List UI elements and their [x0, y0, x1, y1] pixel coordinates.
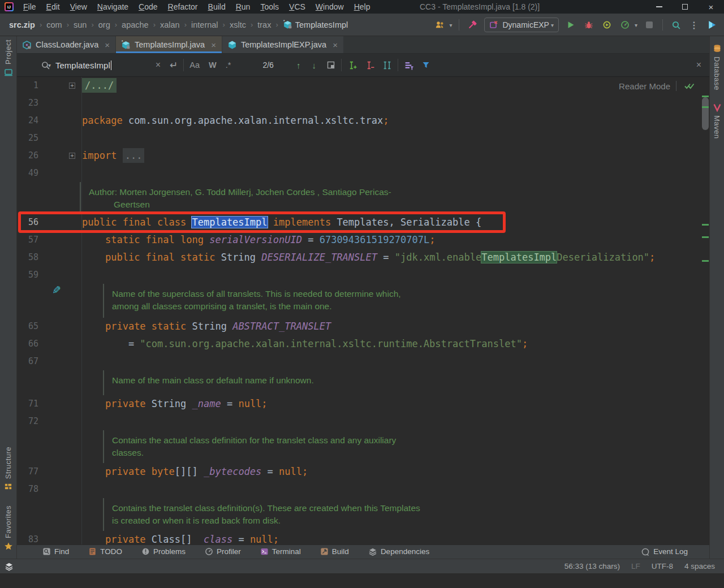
menu-tools[interactable]: Tools	[255, 2, 284, 11]
breadcrumb-item[interactable]: xsltc	[229, 20, 247, 29]
caret-position[interactable]: 56:33 (13 chars)	[564, 562, 620, 570]
breadcrumb-item[interactable]: src.zip	[8, 20, 36, 29]
filter-icon[interactable]	[421, 60, 430, 70]
code-line-24[interactable]: 24package com.sun.org.apache.xalan.inter…	[17, 112, 709, 129]
code-line-71[interactable]: 71 private String _name = null;	[17, 395, 709, 413]
code-line-49[interactable]: 49	[17, 165, 709, 182]
menu-run[interactable]: Run	[231, 2, 256, 11]
run-with-coverage-button[interactable]	[601, 19, 613, 31]
debug-button[interactable]	[583, 19, 595, 31]
profiler-button[interactable]	[619, 19, 631, 31]
words-toggle[interactable]: W	[209, 60, 217, 70]
minimize-button[interactable]	[646, 0, 672, 14]
close-tab-icon[interactable]: ×	[211, 40, 216, 50]
breadcrumb-item[interactable]: com	[45, 20, 63, 29]
menu-code[interactable]: Code	[133, 2, 162, 11]
regex-toggle[interactable]: .*	[226, 60, 231, 70]
search-everywhere-icon[interactable]	[670, 19, 682, 31]
more-options-kebab-icon[interactable]: ⋮	[688, 19, 700, 31]
tool-window-switcher-icon[interactable]	[5, 562, 14, 571]
breadcrumb-item[interactable]: apache	[120, 20, 150, 29]
vertical-scrollbar[interactable]	[701, 77, 709, 544]
menu-edit[interactable]: Edit	[41, 2, 65, 11]
tool-window-button-build[interactable]: Build	[320, 547, 349, 556]
search-in-selection-icon[interactable]	[326, 60, 335, 70]
code-line-59[interactable]: 59	[17, 266, 709, 284]
breadcrumb-item[interactable]: internal	[190, 20, 219, 29]
multicursor-icon[interactable]	[404, 60, 413, 70]
fold-expand-icon[interactable]: +	[69, 153, 75, 159]
menu-vcs[interactable]: VCS	[284, 2, 311, 11]
menu-file[interactable]: File	[18, 2, 41, 11]
breadcrumb-item[interactable]: xalan	[159, 20, 181, 29]
insert-newline-icon[interactable]: ↵	[170, 59, 178, 71]
tool-button-project[interactable]: Project	[3, 40, 14, 77]
code-line-83[interactable]: 83 private Class[] _class = null;	[17, 531, 709, 544]
breadcrumb-item[interactable]: trax	[256, 20, 272, 29]
run-configuration-select[interactable]: DynamicEXP ▾	[484, 18, 559, 32]
file-encoding[interactable]: UTF-8	[652, 562, 673, 570]
fold-expand-icon[interactable]: +	[69, 83, 75, 89]
code-line-65[interactable]: 65 private static String ABSTRACT_TRANSL…	[17, 318, 709, 335]
match-case-toggle[interactable]: Aa	[189, 60, 200, 70]
code-line-23[interactable]: 23	[17, 94, 709, 112]
inspections-ok-check-icon[interactable]	[682, 81, 695, 90]
breadcrumb-item[interactable]: sun	[72, 20, 88, 29]
code-line-67[interactable]: 67	[17, 353, 709, 370]
next-occurrence-icon[interactable]: ↓	[312, 60, 316, 70]
select-all-occurrences-icon[interactable]	[382, 60, 392, 70]
menu-view[interactable]: View	[65, 2, 92, 11]
reader-mode-label[interactable]: Reader Mode	[619, 81, 670, 91]
tool-button-database[interactable]: Database	[713, 44, 722, 90]
close-find-bar-icon[interactable]: ×	[696, 60, 701, 70]
remove-occurrence-icon[interactable]	[365, 60, 374, 70]
build-hammer-icon[interactable]	[466, 19, 479, 31]
code-line-26[interactable]: 26+import ...	[17, 147, 709, 165]
add-occurrence-icon[interactable]	[347, 60, 357, 70]
tab-TemplatesImplEXP.java[interactable]: TemplatesImplEXP.java×	[222, 36, 344, 53]
tool-window-button-terminal[interactable]: Terminal	[260, 547, 301, 556]
chevron-down-icon[interactable]: ▾	[48, 62, 51, 68]
code-line-58[interactable]: 58 public final static String DESERIALIZ…	[17, 249, 709, 266]
clear-search-icon[interactable]: ×	[156, 60, 161, 70]
previous-occurrence-icon[interactable]: ↑	[296, 60, 301, 70]
breadcrumb-item[interactable]: org	[97, 20, 111, 29]
code-line-66[interactable]: 66 = "com.sun.org.apache.xalan.internal.…	[17, 335, 709, 353]
tool-window-button-find[interactable]: Find	[42, 547, 69, 556]
breadcrumb-item[interactable]: *TemplatesImpl	[282, 20, 349, 29]
menu-window[interactable]: Window	[311, 2, 349, 11]
line-separator[interactable]: LF	[631, 562, 640, 570]
tool-window-button-todo[interactable]: TODO	[88, 547, 122, 556]
tool-button-structure[interactable]: Structure	[4, 447, 12, 491]
code-line-78[interactable]: 78	[17, 481, 709, 498]
code-line-56[interactable]: 56public final class TemplatesImpl imple…	[17, 214, 709, 231]
tab-ClassLoader.java[interactable]: ClassLoader.java×	[17, 36, 116, 53]
code-line-77[interactable]: 77 private byte[][] _bytecodes = null;	[17, 463, 709, 481]
indent-setting[interactable]: 4 spaces	[684, 562, 715, 570]
close-tab-icon[interactable]: ×	[105, 40, 110, 50]
code-line-57[interactable]: 57 static final long serialVersionUID = …	[17, 231, 709, 249]
chevron-down-icon[interactable]: ▾	[635, 22, 637, 28]
menu-refactor[interactable]: Refactor	[163, 2, 203, 11]
ide-plugin-icon[interactable]	[706, 19, 718, 31]
close-button[interactable]: ×	[698, 0, 724, 14]
tool-window-button-problems[interactable]: Problems	[141, 547, 186, 556]
run-button[interactable]	[564, 19, 577, 31]
search-input[interactable]: TemplatesImpl	[55, 60, 110, 70]
pencil-icon[interactable]: ✎	[52, 284, 61, 296]
maximize-button[interactable]	[672, 0, 698, 14]
scrollbar-thumb[interactable]	[702, 97, 709, 130]
menu-build[interactable]: Build	[203, 2, 231, 11]
menu-help[interactable]: Help	[349, 2, 376, 11]
tab-TemplatesImpl.java[interactable]: *TemplatesImpl.java×	[116, 36, 222, 53]
tool-window-button-dependencies[interactable]: Dependencies	[368, 547, 429, 556]
tool-window-button-profiler[interactable]: Profiler	[205, 547, 241, 556]
tool-button-favorites[interactable]: Favorites	[4, 505, 13, 551]
code-line-1[interactable]: 1+/.../	[17, 77, 709, 94]
code-with-me-users-icon[interactable]	[433, 19, 446, 31]
code-editor[interactable]: Reader Mode 1+/.../2324package com.sun.o…	[17, 77, 709, 544]
code-line-72[interactable]: 72	[17, 413, 709, 430]
event-log-button[interactable]: Event Log	[641, 547, 688, 556]
menu-navigate[interactable]: Navigate	[92, 2, 133, 11]
code-line-25[interactable]: 25	[17, 129, 709, 147]
